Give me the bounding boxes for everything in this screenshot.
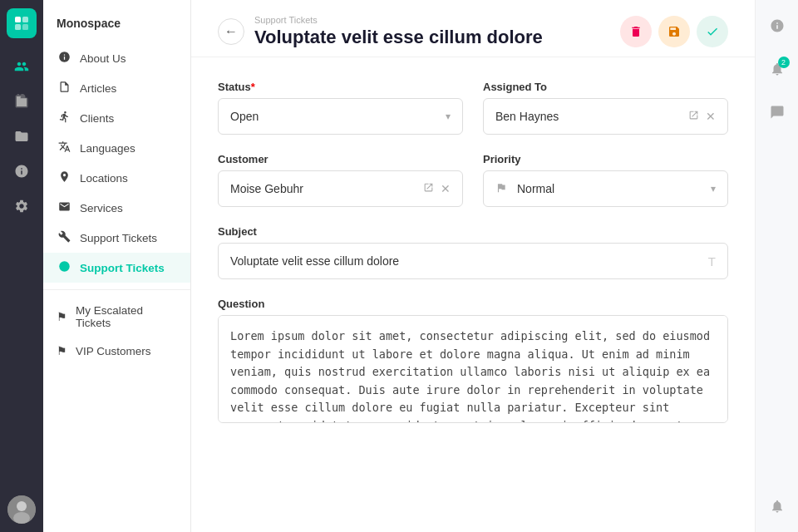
sidebar-brand: Monospace — [43, 13, 190, 43]
subject-label: Subject — [218, 225, 728, 238]
languages-icon — [57, 140, 71, 155]
back-button[interactable]: ← — [218, 18, 244, 45]
subject-group: Subject Voluptate velit esse cillum dolo… — [218, 225, 728, 279]
svg-rect-3 — [22, 24, 28, 30]
sidebar-item-articles[interactable]: Articles — [43, 73, 190, 103]
customer-field[interactable]: Moise Gebuhr ✕ — [218, 170, 463, 207]
notification-badge: 2 — [778, 57, 790, 68]
priority-flag-icon — [495, 182, 507, 196]
priority-chevron-icon: ▾ — [711, 183, 716, 195]
sidebar-item-mailing-list-label: Services — [80, 202, 123, 214]
customer-value: Moise Gebuhr — [230, 182, 303, 195]
sidebar-item-vip-customers[interactable]: ⚑ VIP Customers — [43, 337, 190, 365]
svg-point-6 — [13, 512, 30, 524]
sidebar-item-clients-label: Clients — [80, 112, 114, 125]
form-area: Status* Open ▾ Assigned To Ben Haynes ✕ — [191, 57, 755, 446]
services-icon — [57, 230, 71, 245]
sidebar-item-languages[interactable]: Languages — [43, 133, 190, 163]
assigned-to-clear-icon[interactable]: ✕ — [706, 110, 716, 123]
status-label: Status* — [218, 81, 463, 93]
sidebar-divider — [43, 289, 190, 290]
question-textarea[interactable]: Lorem ipsum dolor sit amet, consectetur … — [218, 315, 728, 423]
rail-info-icon[interactable] — [7, 156, 37, 186]
assigned-to-group: Assigned To Ben Haynes ✕ — [483, 81, 728, 135]
app-logo[interactable] — [7, 8, 37, 38]
page-breadcrumb: Support Tickets — [254, 15, 543, 25]
sidebar-item-mailing-list[interactable]: Services — [43, 193, 190, 223]
svg-rect-2 — [15, 24, 21, 30]
subject-field[interactable]: Voluptate velit esse cillum dolore T — [218, 243, 728, 279]
main-content: ← Support Tickets Voluptate velit esse c… — [191, 0, 755, 532]
subject-value: Voluptate velit esse cillum dolore — [230, 254, 399, 268]
sidebar: Monospace About Us Articles Clients Lang… — [43, 0, 191, 532]
question-group: Question Lorem ipsum dolor sit amet, con… — [218, 298, 728, 423]
header-left: ← Support Tickets Voluptate velit esse c… — [218, 15, 543, 48]
customer-group: Customer Moise Gebuhr ✕ — [218, 153, 463, 207]
clients-icon — [57, 111, 71, 126]
priority-select[interactable]: Normal ▾ — [483, 170, 728, 207]
info-icon[interactable] — [763, 12, 791, 40]
sidebar-item-my-escalated-tickets-label: My Escalated Tickets — [76, 304, 177, 329]
sidebar-item-about-us[interactable]: About Us — [43, 43, 190, 73]
sidebar-item-support-tickets[interactable]: Support Tickets — [43, 253, 190, 283]
assigned-to-external-link-icon[interactable] — [688, 110, 699, 123]
icon-rail — [0, 0, 43, 532]
sidebar-item-services-label: Support Tickets — [80, 232, 157, 244]
assigned-to-field[interactable]: Ben Haynes ✕ — [483, 98, 728, 135]
articles-icon — [57, 81, 71, 96]
customer-label: Customer — [218, 153, 463, 165]
form-row-2: Customer Moise Gebuhr ✕ Priority — [218, 153, 728, 207]
rail-people-icon[interactable] — [7, 52, 37, 81]
user-avatar[interactable] — [7, 495, 36, 524]
svg-point-5 — [17, 501, 27, 511]
rail-folder-icon[interactable] — [7, 121, 37, 151]
page-header: ← Support Tickets Voluptate velit esse c… — [191, 0, 755, 57]
sidebar-item-locations[interactable]: Locations — [43, 163, 190, 193]
sidebar-item-about-us-label: About Us — [80, 52, 126, 65]
assigned-to-icons: ✕ — [688, 110, 716, 123]
form-row-1: Status* Open ▾ Assigned To Ben Haynes ✕ — [218, 81, 728, 135]
sidebar-item-support-tickets-label: Support Tickets — [80, 262, 165, 274]
sidebar-item-languages-label: Languages — [80, 142, 135, 155]
escalated-tickets-icon: ⚑ — [57, 310, 67, 323]
customer-clear-icon[interactable]: ✕ — [441, 182, 451, 195]
sidebar-item-services[interactable]: Support Tickets — [43, 223, 190, 253]
locations-icon — [57, 170, 71, 185]
sidebar-item-clients[interactable]: Clients — [43, 103, 190, 133]
rail-box-icon[interactable] — [7, 86, 37, 116]
sidebar-item-articles-label: Articles — [80, 82, 116, 95]
about-us-icon — [57, 51, 71, 66]
notifications-icon[interactable]: 2 — [763, 55, 791, 83]
mailing-list-icon — [57, 200, 71, 215]
status-required: * — [251, 81, 255, 93]
page-title: Voluptate velit esse cillum dolore — [254, 27, 543, 48]
priority-value: Normal — [517, 182, 554, 195]
customer-external-link-icon[interactable] — [423, 182, 434, 195]
svg-rect-1 — [22, 17, 28, 22]
status-chevron-icon: ▾ — [446, 111, 451, 122]
priority-label: Priority — [483, 153, 728, 165]
rail-settings-icon[interactable] — [7, 191, 37, 221]
header-actions — [620, 16, 728, 47]
question-label: Question — [218, 298, 728, 310]
status-select[interactable]: Open ▾ — [218, 98, 463, 135]
status-group: Status* Open ▾ — [218, 81, 463, 135]
confirm-button[interactable] — [697, 16, 728, 47]
bell-bottom-icon[interactable] — [763, 492, 791, 520]
delete-button[interactable] — [620, 16, 652, 47]
svg-rect-0 — [15, 17, 21, 22]
customer-icons: ✕ — [423, 182, 451, 195]
sidebar-item-my-escalated-tickets[interactable]: ⚑ My Escalated Tickets — [43, 297, 190, 337]
priority-group: Priority Normal ▾ — [483, 153, 728, 207]
assigned-to-label: Assigned To — [483, 81, 728, 93]
save-button[interactable] — [658, 16, 690, 47]
sidebar-item-vip-customers-label: VIP Customers — [76, 345, 151, 357]
support-tickets-icon — [57, 260, 71, 275]
vip-customers-icon: ⚑ — [57, 344, 67, 357]
status-value: Open — [230, 110, 259, 123]
page-title-wrap: Support Tickets Voluptate velit esse cil… — [254, 15, 543, 48]
right-panel: 2 — [755, 0, 798, 532]
chat-icon[interactable] — [763, 98, 791, 126]
assigned-to-value: Ben Haynes — [495, 110, 559, 123]
svg-point-7 — [59, 261, 70, 272]
